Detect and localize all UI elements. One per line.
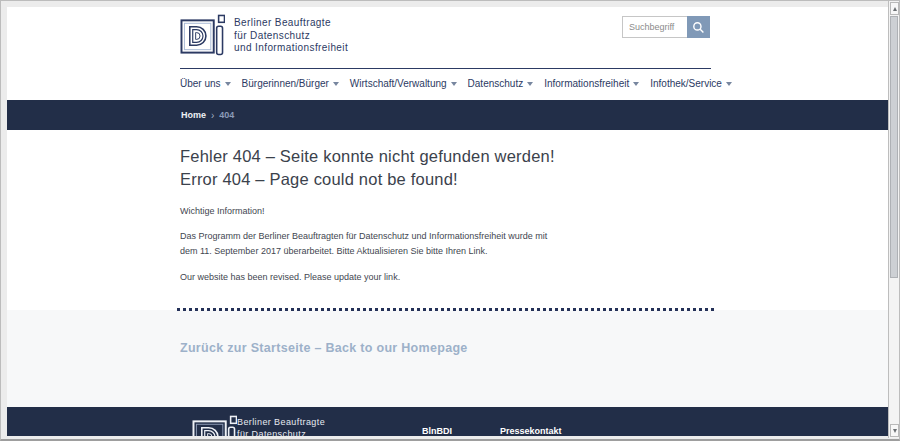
nav-item-wirtschaft-verwaltung[interactable]: Wirtschaft/Verwaltung <box>350 78 457 89</box>
footer-brand-logo-icon <box>192 415 237 436</box>
main-content: Fehler 404 – Seite konnte nicht gefunden… <box>7 130 888 310</box>
back-home-link[interactable]: Zurück zur Startseite – Back to our Home… <box>180 341 468 355</box>
breadcrumb-current: 404 <box>219 110 234 120</box>
footer-link-blnbdi[interactable]: BlnBDI <box>422 426 452 436</box>
error-heading-de: Fehler 404 – Seite konnte nicht gefunden… <box>180 147 555 165</box>
scroll-up-button[interactable] <box>890 2 899 15</box>
brand-name: Berliner Beauftragte für Datenschutz und… <box>234 14 348 57</box>
scroll-down-button[interactable] <box>890 424 899 437</box>
nav-item-label: Infothek/Service <box>650 78 722 89</box>
brand-line-3: und Informationsfreiheit <box>234 42 348 53</box>
nav-item-buergerinnen-buerger[interactable]: Bürgerinnen/Bürger <box>242 78 339 89</box>
dotted-divider <box>177 308 714 311</box>
brand-line-1: Berliner Beauftragte <box>234 17 331 28</box>
error-heading: Fehler 404 – Seite konnte nicht gefunden… <box>180 145 888 191</box>
brand-line-2: für Datenschutz <box>234 30 310 41</box>
vertical-scrollbar[interactable] <box>888 1 899 438</box>
chevron-down-icon <box>451 82 457 86</box>
chevron-down-icon <box>527 82 533 86</box>
footer-brand-name: Berliner Beauftragte für Datenschutz und… <box>237 417 341 436</box>
info-paragraph-de: Das Programm der Berliner Beauftragten f… <box>180 229 562 258</box>
footer-brand-line-2: für Datenschutz <box>237 429 306 437</box>
chevron-down-icon <box>333 82 339 86</box>
site-header: Berliner Beauftragte für Datenschutz und… <box>7 7 888 100</box>
chevron-down-icon <box>726 82 732 86</box>
browser-viewport: Berliner Beauftragte für Datenschutz und… <box>0 0 900 441</box>
info-paragraph-en: Our website has been revised. Please upd… <box>180 270 562 285</box>
brand-logo-icon <box>180 14 225 57</box>
nav-item-datenschutz[interactable]: Datenschutz <box>468 78 534 89</box>
page: Berliner Beauftragte für Datenschutz und… <box>7 7 888 436</box>
info-title: Wichtige Information! <box>180 206 888 216</box>
nav-item-label: Bürgerinnen/Bürger <box>242 78 329 89</box>
nav-item-label: Datenschutz <box>468 78 524 89</box>
header-divider <box>180 68 711 69</box>
error-heading-en: Error 404 – Page could not be found! <box>180 170 458 188</box>
main-nav: Über uns Bürgerinnen/Bürger Wirtschaft/V… <box>180 78 732 89</box>
scrollbar-thumb[interactable] <box>890 16 898 278</box>
arrow-down-icon <box>893 429 897 433</box>
chevron-down-icon <box>633 82 639 86</box>
nav-item-label: Informationsfreiheit <box>544 78 629 89</box>
search-button[interactable] <box>687 16 710 38</box>
nav-item-informationsfreiheit[interactable]: Informationsfreiheit <box>544 78 639 89</box>
arrow-up-icon <box>893 7 897 11</box>
chevron-down-icon <box>225 82 231 86</box>
footer-link-pressekontakt[interactable]: Pressekontakt <box>500 426 562 436</box>
nav-item-infothek-service[interactable]: Infothek/Service <box>650 78 732 89</box>
nav-item-label: Über uns <box>180 78 221 89</box>
site-search <box>622 16 710 38</box>
breadcrumb-home-link[interactable]: Home <box>181 110 206 120</box>
site-logo[interactable]: Berliner Beauftragte für Datenschutz und… <box>180 14 348 57</box>
footer-brand-line-1: Berliner Beauftragte <box>237 417 325 427</box>
site-footer: Berliner Beauftragte für Datenschutz und… <box>7 407 888 436</box>
nav-item-label: Wirtschaft/Verwaltung <box>350 78 447 89</box>
breadcrumb-separator-icon: › <box>211 110 214 121</box>
search-input[interactable] <box>622 16 687 38</box>
nav-item-ueber-uns[interactable]: Über uns <box>180 78 231 89</box>
breadcrumb: Home › 404 <box>7 100 888 130</box>
back-link-section: Zurück zur Startseite – Back to our Home… <box>7 310 888 407</box>
search-icon <box>692 21 705 34</box>
